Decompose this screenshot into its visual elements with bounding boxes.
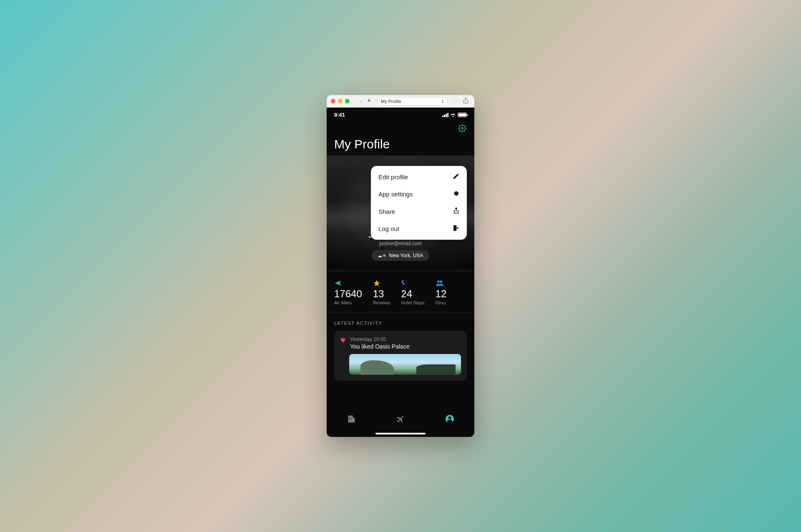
stat-label: Reviews: [373, 300, 390, 305]
stat-value: 17640: [334, 289, 362, 299]
settings-popover: Edit profile App settings Share Log out: [371, 166, 467, 240]
svg-point-15: [448, 417, 451, 419]
location-text: New York, USA: [389, 253, 423, 258]
signal-icon: [442, 113, 448, 117]
menu-label: App settings: [378, 191, 413, 198]
share-icon: [453, 207, 459, 216]
svg-point-1: [461, 128, 463, 130]
phone-screen: 9:41 My Profile Justine Robinson justine…: [327, 108, 474, 437]
svg-rect-7: [353, 418, 355, 422]
stat-reviews[interactable]: 13 Reviews: [373, 279, 390, 305]
status-bar: 9:41: [327, 108, 474, 120]
svg-point-3: [407, 282, 408, 282]
svg-point-4: [437, 281, 439, 283]
tab-hotels[interactable]: [347, 414, 356, 425]
menu-edit-profile[interactable]: Edit profile: [371, 168, 467, 186]
heart-icon: [340, 337, 346, 350]
stat-value: 12: [436, 289, 447, 299]
select-arrows-icon: ▴▾: [442, 99, 443, 104]
svg-point-5: [440, 281, 442, 283]
wifi-icon: [450, 113, 456, 117]
home-indicator[interactable]: [375, 433, 426, 434]
stat-label: Air Miles: [334, 300, 362, 305]
simulator-window: ‹ ⚑ My Profile ▴▾ → 9:41: [327, 95, 474, 437]
status-time: 9:41: [334, 112, 345, 118]
svg-rect-13: [350, 420, 351, 421]
menu-label: Edit profile: [378, 173, 408, 181]
svg-rect-11: [350, 418, 351, 419]
settings-gear-button[interactable]: [458, 124, 467, 135]
stat-value: 13: [373, 289, 390, 299]
pencil-icon: [453, 173, 459, 181]
tab-profile[interactable]: [445, 414, 454, 425]
svg-rect-12: [349, 420, 350, 421]
activity-image: [349, 354, 461, 375]
stat-hotel-stays[interactable]: 24 Hotel Stays: [401, 279, 424, 305]
activity-text: You liked Oasis Palace: [350, 343, 410, 350]
svg-point-2: [406, 281, 407, 281]
logout-icon: [453, 225, 459, 233]
plane-icon: [334, 279, 362, 287]
activity-time: Yesterday 20:05: [350, 336, 410, 342]
menu-app-settings[interactable]: App settings: [371, 186, 467, 203]
weather-icon: ☁︎☀︎: [378, 253, 386, 258]
zoom-window-button[interactable]: [345, 99, 350, 103]
flag-icon: ⚑: [365, 98, 373, 104]
svg-point-0: [459, 125, 466, 132]
stat-label: Hotel Stays: [401, 300, 424, 305]
mac-titlebar: ‹ ⚑ My Profile ▴▾ →: [327, 95, 474, 108]
menu-logout[interactable]: Log out: [371, 220, 467, 237]
group-icon: [436, 279, 447, 287]
activity-card[interactable]: Yesterday 20:05 You liked Oasis Palace: [334, 331, 467, 381]
moon-icon: [401, 279, 424, 287]
svg-rect-8: [349, 417, 350, 418]
menu-share[interactable]: Share: [371, 203, 467, 220]
star-icon: [373, 279, 390, 287]
stat-label: Grou: [436, 300, 447, 305]
svg-rect-9: [350, 417, 351, 418]
user-email: justine@email.com: [379, 241, 422, 246]
menu-label: Log out: [378, 225, 399, 232]
tab-bar: [327, 409, 474, 437]
svg-rect-10: [349, 418, 350, 419]
titlebar-share-icon[interactable]: [461, 98, 470, 105]
screen-select[interactable]: My Profile ▴▾: [377, 97, 447, 105]
close-window-button[interactable]: [331, 99, 335, 103]
battery-icon: [458, 113, 467, 117]
stat-groups[interactable]: 12 Grou: [436, 279, 447, 305]
forward-nav-button[interactable]: →: [451, 98, 459, 105]
minimize-window-button[interactable]: [338, 99, 343, 103]
section-label-activity: LATEST ACTIVITY: [327, 312, 474, 331]
page-title: My Profile: [327, 135, 474, 156]
stat-air-miles[interactable]: 17640 Air Miles: [334, 279, 362, 305]
stat-value: 24: [401, 289, 424, 299]
tab-flights[interactable]: [395, 414, 406, 426]
screen-select-label: My Profile: [381, 99, 401, 104]
gear-icon: [453, 190, 459, 198]
location-chip[interactable]: ☁︎☀︎ New York, USA: [372, 251, 428, 261]
menu-label: Share: [378, 208, 395, 215]
back-nav-button[interactable]: ‹: [358, 98, 363, 104]
stats-row: 17640 Air Miles 13 Reviews 24 Hotel Stay…: [327, 271, 474, 312]
